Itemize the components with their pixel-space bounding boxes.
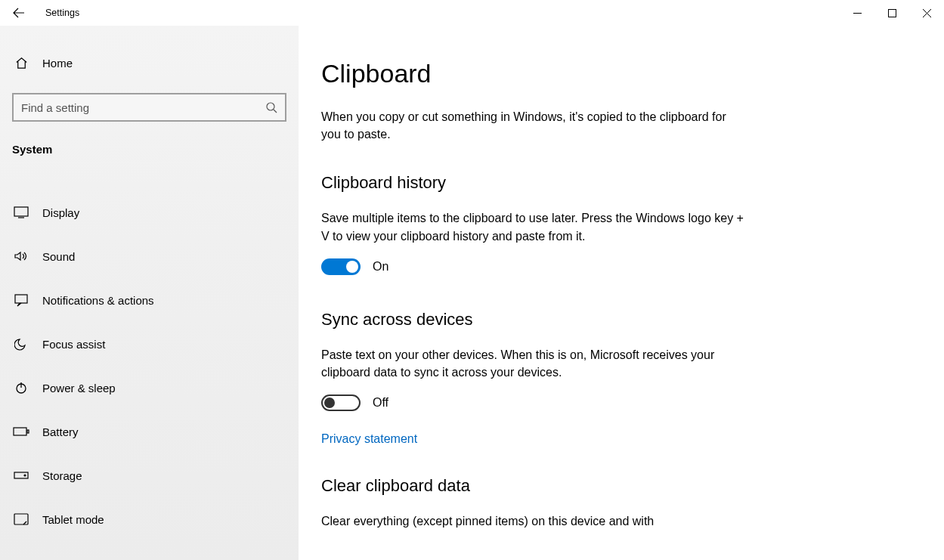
power-icon bbox=[12, 381, 30, 394]
section-sync-heading: Sync across devices bbox=[321, 310, 944, 330]
maximize-button[interactable] bbox=[874, 0, 909, 26]
svg-rect-15 bbox=[14, 514, 28, 524]
sidebar-home-label: Home bbox=[42, 57, 73, 70]
section-history-heading: Clipboard history bbox=[321, 173, 944, 193]
sidebar-item-storage[interactable]: Storage bbox=[0, 453, 299, 497]
titlebar: Settings bbox=[0, 0, 944, 26]
svg-point-4 bbox=[267, 103, 274, 110]
section-clear-desc: Clear everything (except pinned items) o… bbox=[321, 512, 744, 530]
navitem-label: Focus assist bbox=[42, 338, 105, 351]
sidebar-item-battery[interactable]: Battery bbox=[0, 410, 299, 453]
svg-rect-12 bbox=[27, 430, 29, 433]
search-input[interactable] bbox=[21, 101, 265, 114]
tablet-icon bbox=[12, 513, 30, 525]
arrow-left-icon bbox=[12, 6, 26, 20]
svg-point-14 bbox=[24, 475, 26, 476]
section-history-desc: Save multiple items to the clipboard to … bbox=[321, 209, 744, 244]
navitem-label: Storage bbox=[42, 469, 82, 482]
navitem-label: Display bbox=[42, 206, 79, 219]
sidebar-item-power-sleep[interactable]: Power & sleep bbox=[0, 366, 299, 410]
sidebar-home[interactable]: Home bbox=[0, 48, 299, 78]
search-input-container[interactable] bbox=[12, 93, 286, 122]
sidebar-item-sound[interactable]: Sound bbox=[0, 234, 299, 278]
navitem-label: Sound bbox=[42, 250, 75, 263]
svg-line-5 bbox=[274, 110, 277, 113]
sound-icon bbox=[12, 250, 30, 262]
sidebar: Home System Display Sound bbox=[0, 26, 299, 560]
display-icon bbox=[12, 206, 30, 218]
sidebar-item-display[interactable]: Display bbox=[0, 190, 299, 234]
content-pane: Clipboard When you copy or cut something… bbox=[299, 26, 944, 560]
sidebar-category: System bbox=[0, 135, 299, 160]
close-button[interactable] bbox=[909, 0, 944, 26]
search-icon bbox=[265, 101, 277, 113]
clipboard-history-state: On bbox=[373, 260, 388, 274]
battery-icon bbox=[12, 427, 30, 436]
minimize-button[interactable] bbox=[840, 0, 874, 26]
svg-rect-8 bbox=[15, 295, 27, 303]
minimize-icon bbox=[853, 9, 862, 17]
page-title: Clipboard bbox=[321, 59, 944, 88]
sidebar-item-focus-assist[interactable]: Focus assist bbox=[0, 322, 299, 366]
maximize-icon bbox=[888, 9, 896, 17]
sidebar-item-tablet-mode[interactable]: Tablet mode bbox=[0, 497, 299, 541]
clipboard-history-toggle[interactable] bbox=[321, 258, 361, 275]
close-icon bbox=[923, 9, 931, 17]
back-button[interactable] bbox=[0, 0, 38, 26]
section-clear-heading: Clear clipboard data bbox=[321, 476, 944, 496]
sync-devices-state: Off bbox=[373, 396, 388, 410]
page-intro: When you copy or cut something in Window… bbox=[321, 108, 744, 143]
navitem-label: Notifications & actions bbox=[42, 294, 154, 307]
section-sync-desc: Paste text on your other devices. When t… bbox=[321, 346, 744, 381]
home-icon bbox=[12, 56, 30, 70]
navitem-label: Tablet mode bbox=[42, 513, 104, 526]
sync-devices-toggle[interactable] bbox=[321, 394, 361, 411]
svg-rect-11 bbox=[14, 428, 26, 435]
navitem-label: Power & sleep bbox=[42, 382, 116, 394]
storage-icon bbox=[12, 471, 30, 480]
navitem-label: Battery bbox=[42, 425, 79, 438]
focus-assist-icon bbox=[12, 337, 30, 351]
sidebar-item-notifications[interactable]: Notifications & actions bbox=[0, 278, 299, 322]
svg-rect-1 bbox=[888, 9, 896, 17]
svg-rect-6 bbox=[14, 207, 28, 216]
privacy-statement-link[interactable]: Privacy statement bbox=[321, 432, 944, 446]
window-title: Settings bbox=[45, 8, 79, 18]
notifications-icon bbox=[12, 293, 30, 307]
